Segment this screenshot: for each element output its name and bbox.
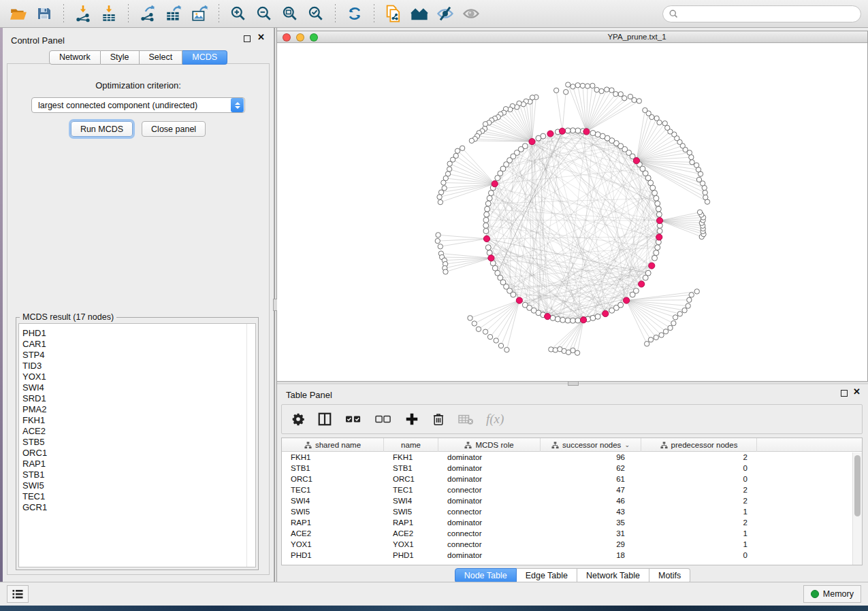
zoom-fit-button[interactable] (278, 3, 302, 24)
network-node[interactable] (553, 348, 558, 352)
network-node[interactable] (476, 327, 481, 331)
mcds-result-item[interactable]: SWI4 (19, 382, 246, 393)
network-node[interactable] (643, 108, 647, 112)
network-node[interactable] (487, 334, 492, 339)
export-image-button[interactable] (188, 3, 211, 24)
network-node[interactable] (565, 318, 570, 323)
mcds-result-item[interactable]: STP4 (19, 350, 246, 361)
network-canvas[interactable] (277, 44, 867, 381)
column-header-shared-name[interactable]: shared name (282, 438, 384, 452)
network-node[interactable] (590, 83, 595, 88)
network-node[interactable] (609, 88, 614, 93)
float-table-panel-icon[interactable] (841, 390, 848, 397)
mcds-result-item[interactable]: SWI5 (19, 480, 246, 491)
search-box[interactable] (662, 5, 861, 22)
mcds-node[interactable] (633, 158, 639, 164)
network-node[interactable] (494, 338, 498, 343)
zoom-out-button[interactable] (253, 3, 276, 24)
export-table-button[interactable] (162, 3, 185, 24)
network-node[interactable] (438, 190, 443, 195)
network-node[interactable] (655, 201, 660, 206)
mcds-node[interactable] (656, 218, 662, 224)
network-node[interactable] (690, 160, 694, 165)
network-node[interactable] (469, 138, 474, 143)
show-all-button[interactable] (460, 3, 483, 24)
close-table-panel-icon[interactable]: ✕ (853, 389, 861, 395)
network-node[interactable] (504, 347, 509, 352)
network-node[interactable] (488, 191, 494, 196)
network-window-titlebar[interactable]: YPA_prune.txt_1 (277, 31, 867, 43)
network-node[interactable] (654, 116, 659, 120)
table-row[interactable]: RAP1RAP1dominator352 (282, 517, 862, 528)
network-node[interactable] (622, 96, 626, 101)
mcds-result-item[interactable]: FKH1 (19, 415, 246, 426)
tab-edge-table[interactable]: Edge Table (517, 568, 577, 583)
network-node[interactable] (435, 238, 440, 243)
network-node[interactable] (590, 131, 596, 136)
network-node[interactable] (575, 318, 581, 323)
import-network-button[interactable] (71, 3, 95, 24)
network-node[interactable] (436, 233, 440, 237)
column-header-mcds-role[interactable]: MCDS role (438, 438, 541, 452)
network-node[interactable] (570, 84, 575, 89)
task-history-button[interactable] (7, 585, 29, 603)
tab-style[interactable]: Style (101, 50, 140, 65)
network-node[interactable] (595, 314, 600, 319)
result-list-scrollbar[interactable] (246, 324, 255, 567)
network-node[interactable] (438, 199, 443, 204)
mcds-node[interactable] (559, 128, 565, 134)
network-node[interactable] (652, 191, 658, 196)
network-node[interactable] (605, 87, 609, 92)
network-node[interactable] (565, 128, 570, 133)
network-node[interactable] (580, 83, 585, 88)
network-node[interactable] (648, 337, 653, 342)
tab-node-table[interactable]: Node Table (455, 568, 517, 583)
column-header-successor-nodes[interactable]: successor nodes⌄ (541, 438, 641, 452)
save-session-button[interactable] (33, 3, 56, 24)
network-node[interactable] (468, 316, 472, 320)
show-column-panel-button[interactable] (317, 412, 332, 427)
network-node[interactable] (460, 146, 464, 150)
mcds-result-item[interactable]: PMA2 (19, 404, 246, 415)
refresh-button[interactable] (343, 3, 366, 24)
column-header-name[interactable]: name (384, 438, 438, 452)
mcds-node[interactable] (488, 255, 494, 261)
network-node[interactable] (654, 195, 659, 201)
network-node[interactable] (575, 83, 580, 88)
clear-table-button[interactable] (457, 412, 474, 426)
mcds-node[interactable] (649, 263, 655, 269)
mcds-result-item[interactable]: SRD1 (19, 393, 246, 404)
network-node[interactable] (682, 308, 687, 312)
network-node[interactable] (644, 342, 649, 346)
network-node[interactable] (495, 176, 500, 181)
deselect-all-button[interactable] (374, 412, 392, 427)
network-node[interactable] (662, 121, 667, 126)
network-node[interactable] (594, 87, 599, 92)
hide-selected-button[interactable] (434, 3, 457, 24)
mcds-node[interactable] (583, 129, 590, 135)
network-node[interactable] (673, 315, 677, 320)
search-input[interactable] (679, 7, 861, 20)
mcds-result-item[interactable]: ORC1 (19, 448, 246, 459)
network-node[interactable] (536, 135, 541, 141)
network-node[interactable] (550, 315, 556, 320)
network-node[interactable] (663, 329, 668, 334)
mcds-node[interactable] (602, 310, 609, 316)
table-row[interactable]: TEC1TEC1connector472 (282, 484, 862, 495)
tab-select[interactable]: Select (140, 50, 183, 65)
network-node[interactable] (613, 91, 618, 96)
network-node[interactable] (483, 217, 489, 222)
function-builder-button[interactable]: f(x) (486, 412, 504, 427)
network-node[interactable] (443, 269, 448, 274)
delete-column-button[interactable] (432, 412, 445, 427)
float-panel-icon[interactable] (244, 35, 251, 42)
network-node[interactable] (689, 293, 694, 297)
network-node[interactable] (483, 122, 487, 127)
mcds-node[interactable] (483, 235, 489, 242)
first-neighbors-button[interactable] (408, 3, 431, 24)
table-row[interactable]: PHD1PHD1dominator180 (282, 550, 862, 561)
network-node[interactable] (618, 92, 623, 97)
network-node[interactable] (659, 333, 664, 337)
network-node[interactable] (668, 325, 673, 330)
network-node[interactable] (447, 167, 451, 171)
